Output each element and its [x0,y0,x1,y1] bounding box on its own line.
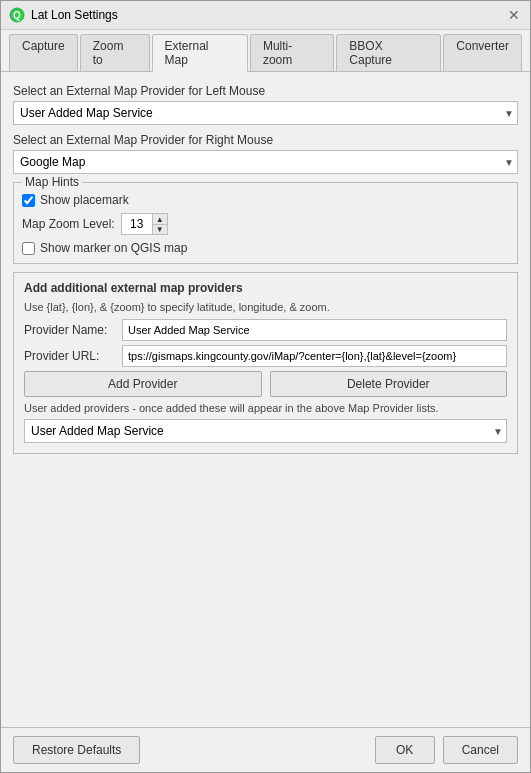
show-placemark-label[interactable]: Show placemark [40,193,129,207]
map-hints-title: Map Hints [22,175,82,189]
map-hints-content: Show placemark Map Zoom Level: ▲ ▼ [22,193,509,255]
right-mouse-label: Select an External Map Provider for Righ… [13,133,518,147]
provider-url-row: Provider URL: [24,345,507,367]
main-window: Q Lat Lon Settings ✕ Capture Zoom to Ext… [0,0,531,773]
left-mouse-dropdown-wrapper: User Added Map Service ▼ [13,101,518,125]
footer-right: OK Cancel [375,736,518,764]
footer: Restore Defaults OK Cancel [1,727,530,772]
show-placemark-checkbox[interactable] [22,194,35,207]
provider-name-label: Provider Name: [24,323,114,337]
window-title: Lat Lon Settings [31,8,118,22]
zoom-level-row: Map Zoom Level: ▲ ▼ [22,213,509,235]
add-providers-title: Add additional external map providers [24,281,507,295]
cancel-button[interactable]: Cancel [443,736,518,764]
zoom-up-arrow[interactable]: ▲ [153,214,167,224]
left-mouse-label: Select an External Map Provider for Left… [13,84,518,98]
tab-bbox-capture[interactable]: BBOX Capture [336,34,441,71]
tab-multi-zoom[interactable]: Multi-zoom [250,34,334,71]
close-button[interactable]: ✕ [506,7,522,23]
hint-text: Use {lat}, {lon}, & {zoom} to specify la… [24,301,507,313]
right-mouse-dropdown-wrapper: Google Map ▼ [13,150,518,174]
restore-defaults-button[interactable]: Restore Defaults [13,736,140,764]
main-area: Select an External Map Provider for Left… [1,72,530,727]
zoom-input[interactable] [122,214,152,234]
provider-name-row: Provider Name: [24,319,507,341]
left-mouse-dropdown[interactable]: User Added Map Service [13,101,518,125]
tab-converter[interactable]: Converter [443,34,522,71]
zoom-level-label: Map Zoom Level: [22,217,115,231]
zoom-arrows: ▲ ▼ [152,214,167,234]
tab-capture[interactable]: Capture [9,34,78,71]
left-mouse-section: Select an External Map Provider for Left… [13,84,518,125]
zoom-down-arrow[interactable]: ▼ [153,224,167,234]
add-provider-button[interactable]: Add Provider [24,371,262,397]
tab-zoom-to[interactable]: Zoom to [80,34,150,71]
title-bar-left: Q Lat Lon Settings [9,7,118,23]
user-providers-dropdown-wrapper: User Added Map Service ▼ [24,419,507,443]
show-marker-row: Show marker on QGIS map [22,241,509,255]
ok-button[interactable]: OK [375,736,435,764]
content-area: Select an External Map Provider for Left… [1,72,530,727]
show-marker-label[interactable]: Show marker on QGIS map [40,241,187,255]
user-providers-note: User added providers - once added these … [24,401,507,415]
svg-text:Q: Q [13,10,21,21]
provider-url-input[interactable] [122,345,507,367]
add-providers-section: Add additional external map providers Us… [13,272,518,454]
zoom-spinner: ▲ ▼ [121,213,168,235]
right-mouse-dropdown[interactable]: Google Map [13,150,518,174]
footer-left: Restore Defaults [13,736,140,764]
tab-external-map[interactable]: External Map [152,34,248,72]
app-icon: Q [9,7,25,23]
show-placemark-row: Show placemark [22,193,509,207]
tabs-bar: Capture Zoom to External Map Multi-zoom … [1,30,530,72]
delete-provider-button[interactable]: Delete Provider [270,371,508,397]
user-providers-dropdown[interactable]: User Added Map Service [24,419,507,443]
right-mouse-section: Select an External Map Provider for Righ… [13,133,518,174]
map-hints-group: Map Hints Show placemark Map Zoom Level:… [13,182,518,264]
show-marker-checkbox[interactable] [22,242,35,255]
title-bar: Q Lat Lon Settings ✕ [1,1,530,30]
provider-buttons-row: Add Provider Delete Provider [24,371,507,397]
provider-name-input[interactable] [122,319,507,341]
provider-url-label: Provider URL: [24,349,114,363]
